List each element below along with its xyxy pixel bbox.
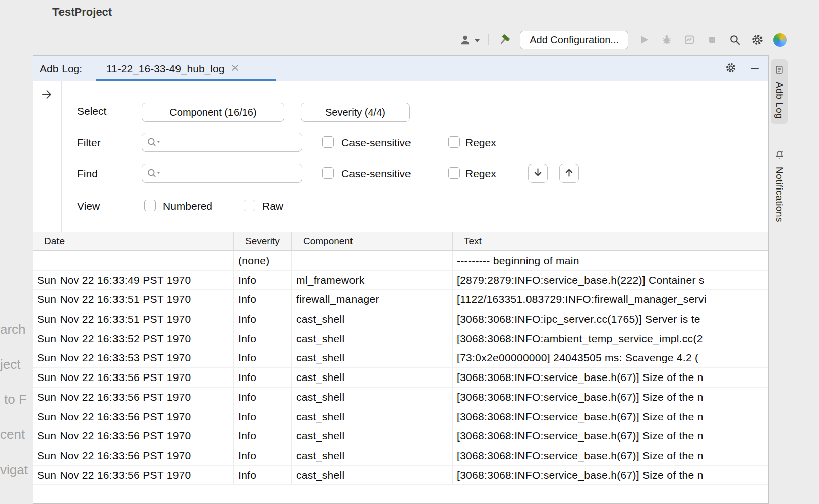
- cell-date: Sun Nov 22 16:33:56 PST 1970: [33, 446, 234, 465]
- table-row[interactable]: Sun Nov 22 16:33:52 PST 1970Infocast_she…: [33, 329, 768, 349]
- find-regex-label[interactable]: Regex: [465, 168, 496, 180]
- gutter-divider: [61, 81, 62, 232]
- component-filter-button[interactable]: Component (16/16): [142, 103, 284, 122]
- debug-icon[interactable]: [660, 33, 674, 47]
- search-icon[interactable]: [728, 33, 742, 47]
- cell-severity: Info: [234, 271, 292, 290]
- cell-severity: Info: [234, 426, 292, 446]
- table-row[interactable]: Sun Nov 22 16:33:56 PST 1970Infocast_she…: [33, 426, 768, 446]
- find-previous-button[interactable]: [559, 164, 579, 183]
- settings-gear-icon[interactable]: [750, 33, 765, 47]
- table-row[interactable]: Sun Nov 22 16:33:53 PST 1970Infocast_she…: [33, 348, 768, 368]
- column-header-date[interactable]: Date: [33, 232, 234, 250]
- column-header-text[interactable]: Text: [453, 232, 768, 250]
- arrow-right-icon[interactable]: [41, 88, 53, 103]
- filter-label: Filter: [77, 137, 101, 149]
- table-row[interactable]: (none)--------- beginning of main: [33, 251, 768, 271]
- cell-date: Sun Nov 22 16:33:56 PST 1970: [33, 388, 234, 407]
- table-row[interactable]: Sun Nov 22 16:33:56 PST 1970Infocast_she…: [33, 368, 768, 388]
- cell-text: [3068:3068:INFO:ambient_temp_service_imp…: [453, 329, 768, 348]
- view-label: View: [77, 200, 100, 212]
- cell-severity: Info: [234, 466, 292, 485]
- adb-log-document-icon: [774, 65, 784, 77]
- filter-regex-label[interactable]: Regex: [465, 137, 496, 149]
- cell-severity: Info: [234, 329, 292, 348]
- table-row[interactable]: Sun Nov 22 16:33:49 PST 1970Infoml_frame…: [33, 271, 768, 290]
- find-case-sensitive-checkbox[interactable]: [322, 167, 334, 179]
- find-next-button[interactable]: [528, 164, 548, 183]
- log-tab[interactable]: 11-22_16-33-49_hub_log: [96, 56, 249, 81]
- profiler-icon[interactable]: [682, 33, 696, 47]
- filter-regex-checkbox[interactable]: [448, 136, 460, 148]
- toolbar-divider: [488, 34, 489, 45]
- project-title: TestProject: [52, 6, 112, 19]
- background-text-fragment: cent: [0, 427, 25, 443]
- cell-component: cast_shell: [292, 407, 453, 426]
- table-row[interactable]: Sun Nov 22 16:33:56 PST 1970Infocast_she…: [33, 388, 768, 407]
- close-icon[interactable]: [231, 64, 239, 73]
- right-toolwindow-stripe: Adb Log Notifications: [769, 55, 789, 504]
- table-row[interactable]: Sun Nov 22 16:33:56 PST 1970Infocast_she…: [33, 407, 768, 427]
- log-table: Date Severity Component Text (none)-----…: [33, 232, 768, 503]
- cell-severity: Info: [234, 407, 292, 426]
- chevron-down-icon: [475, 35, 480, 44]
- severity-filter-button[interactable]: Severity (4/4): [301, 103, 410, 122]
- cell-component: cast_shell: [292, 309, 453, 329]
- cell-component: cast_shell: [292, 368, 453, 387]
- cell-component: cast_shell: [292, 466, 453, 485]
- find-case-sensitive-label[interactable]: Case-sensitive: [341, 168, 411, 180]
- toolwindow-settings-gear-icon[interactable]: [725, 61, 737, 76]
- cell-severity: Info: [234, 290, 292, 309]
- toolwindow-header-actions: [725, 56, 759, 81]
- toolwindow-header: Adb Log: 11-22_16-33-49_hub_log: [33, 56, 768, 81]
- arrow-down-icon: [532, 167, 544, 180]
- table-row[interactable]: Sun Nov 22 16:33:56 PST 1970Infocast_she…: [33, 446, 768, 466]
- cell-text: [3068:3068:INFO:service_base.h(67)] Size…: [453, 426, 768, 446]
- filter-case-sensitive-label[interactable]: Case-sensitive: [341, 137, 411, 149]
- notifications-bell-icon: [774, 149, 785, 162]
- adb-log-toolwindow: Adb Log: 11-22_16-33-49_hub_log: [33, 55, 769, 504]
- cell-severity: Info: [234, 388, 292, 407]
- stripe-tab-notifications[interactable]: Notifications: [771, 144, 788, 227]
- cell-severity: Info: [234, 348, 292, 367]
- background-text-fragment: vigat: [0, 462, 28, 478]
- cell-text: [3068:3068:INFO:ipc_server.cc(1765)] Ser…: [453, 309, 768, 329]
- raw-label[interactable]: Raw: [262, 200, 283, 212]
- stripe-tab-adb-log[interactable]: Adb Log: [771, 59, 788, 124]
- filter-input[interactable]: [142, 133, 302, 152]
- cell-date: [33, 251, 234, 270]
- table-row[interactable]: Sun Nov 22 16:33:51 PST 1970Infocast_she…: [33, 309, 768, 329]
- cell-text: [1122/163351.083729:INFO:firewall_manage…: [453, 290, 768, 309]
- find-input[interactable]: [142, 164, 302, 183]
- background-text-fragment: arch: [0, 322, 26, 337]
- numbered-label[interactable]: Numbered: [163, 200, 212, 212]
- colorful-app-icon[interactable]: [773, 33, 787, 47]
- filter-case-sensitive-checkbox[interactable]: [322, 136, 334, 148]
- cell-date: Sun Nov 22 16:33:56 PST 1970: [33, 466, 234, 485]
- column-header-severity[interactable]: Severity: [234, 232, 292, 250]
- hide-toolwindow-icon[interactable]: [751, 68, 759, 70]
- background-text-fragment: to F: [4, 392, 27, 407]
- user-avatar-button[interactable]: [458, 33, 480, 47]
- cell-text: [73:0x2e00000000] 24043505 ms: Scavenge …: [453, 348, 768, 367]
- build-hammer-icon[interactable]: [497, 33, 511, 47]
- table-row[interactable]: Sun Nov 22 16:33:56 PST 1970Infocast_she…: [33, 466, 768, 485]
- numbered-checkbox[interactable]: [144, 200, 156, 211]
- stripe-notifications-label: Notifications: [774, 167, 785, 222]
- column-header-component[interactable]: Component: [292, 232, 453, 250]
- filter-search-field: [142, 133, 302, 152]
- add-configuration-button[interactable]: Add Configuration...: [520, 31, 628, 49]
- table-row[interactable]: Sun Nov 22 16:33:51 PST 1970Infofirewall…: [33, 290, 768, 309]
- cell-component: cast_shell: [292, 329, 453, 348]
- find-search-field: [142, 164, 302, 183]
- raw-checkbox[interactable]: [244, 200, 255, 211]
- find-regex-checkbox[interactable]: [448, 167, 460, 179]
- cell-severity: Info: [234, 368, 292, 387]
- title-bar: TestProject Add Configuration...: [0, 0, 819, 53]
- filters-panel: Select Component (16/16) Severity (4/4) …: [33, 81, 768, 232]
- select-label: Select: [77, 105, 106, 117]
- cell-date: Sun Nov 22 16:33:56 PST 1970: [33, 368, 234, 387]
- stop-icon[interactable]: [705, 33, 719, 47]
- run-icon[interactable]: [637, 33, 651, 47]
- cell-text: [2879:2879:INFO:service_base.h(222)] Con…: [453, 271, 768, 290]
